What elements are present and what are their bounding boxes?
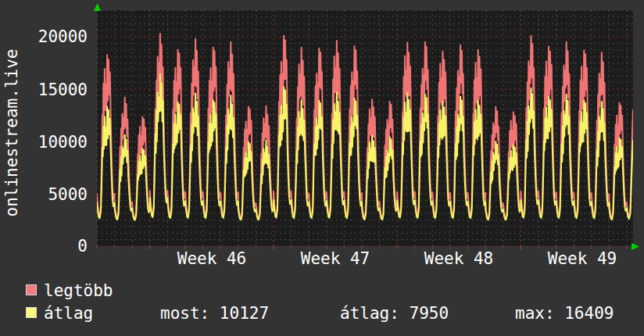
x-axis-arrow-icon bbox=[631, 243, 639, 250]
stat-atlag: átlag: 7950 bbox=[340, 305, 449, 322]
xtick-label-week49: Week 49 bbox=[548, 250, 617, 267]
ytick-label-10000: 10000 bbox=[0, 134, 88, 151]
legend-label-atlag: átlag bbox=[44, 305, 93, 322]
xtick-label-week48: Week 48 bbox=[424, 250, 494, 267]
xtick-label-week47: Week 47 bbox=[301, 250, 370, 267]
stat-max: max: 16409 bbox=[515, 305, 614, 322]
ytick-label-15000: 15000 bbox=[0, 81, 88, 98]
stat-most: most: 10127 bbox=[160, 305, 269, 322]
ytick-label-0: 0 bbox=[0, 238, 88, 255]
ytick-label-20000: 20000 bbox=[0, 28, 88, 45]
graph-page: { "title": "onlinestream.live", "colors"… bbox=[0, 0, 644, 336]
legend-swatch-atlag bbox=[26, 307, 37, 318]
y-axis-arrow-icon bbox=[94, 3, 101, 11]
ytick-label-5000: 5000 bbox=[0, 186, 88, 203]
legend-label-legtobb: legtöbb bbox=[44, 282, 113, 299]
xtick-label-week46: Week 46 bbox=[177, 250, 247, 267]
legend-swatch-legtobb bbox=[26, 284, 37, 295]
